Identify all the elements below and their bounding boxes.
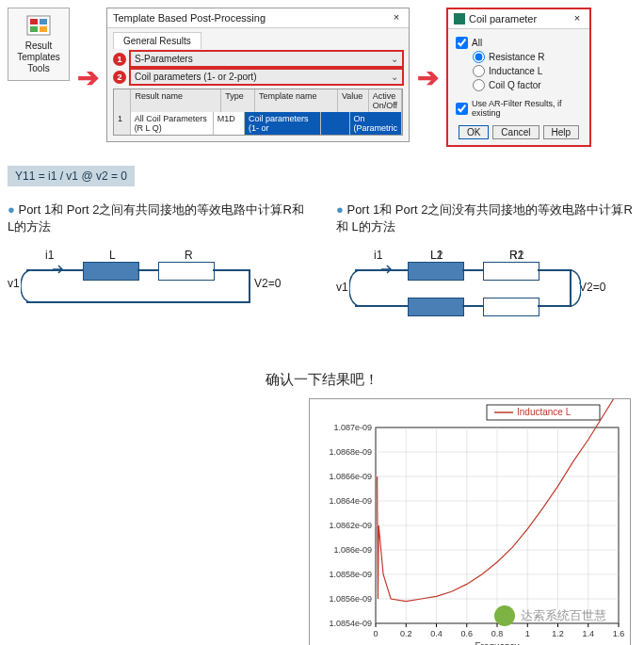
- arrow-icon: [53, 264, 64, 275]
- resistor-R1: [483, 262, 539, 281]
- coil-dialog-titlebar: Coil parameter ×: [448, 9, 589, 29]
- tool-label: Result Templates Tools: [17, 40, 60, 73]
- arrow-icon: ➔: [77, 62, 99, 93]
- inductor-L1: [408, 262, 464, 281]
- radio-q-factor[interactable]: Coil Q factor: [473, 79, 582, 91]
- label-i1: i1: [374, 249, 382, 262]
- svg-rect-1: [30, 19, 38, 24]
- svg-text:0.4: 0.4: [430, 629, 443, 638]
- table-header: Result name Type Template name Value Act…: [114, 89, 402, 112]
- checkbox-all[interactable]: All: [456, 37, 582, 49]
- svg-text:1.0858e-09: 1.0858e-09: [329, 570, 372, 579]
- port-loop: [349, 269, 364, 307]
- result-templates-tool-button[interactable]: Result Templates Tools: [8, 8, 70, 81]
- svg-text:1.0856e-09: 1.0856e-09: [329, 594, 372, 604]
- label-R2: R2: [509, 249, 523, 262]
- checkbox-ar-filter[interactable]: Use AR-Filter Results, if existing: [456, 99, 582, 118]
- label-V2: V2=0: [579, 281, 605, 294]
- top-row: Result Templates Tools ➔ Template Based …: [8, 8, 636, 147]
- port-loop: [21, 269, 36, 303]
- resistor-R2: [483, 298, 539, 316]
- app-icon: [454, 13, 465, 24]
- svg-text:1.0868e-09: 1.0868e-09: [329, 447, 372, 457]
- inductor-L2: [408, 298, 464, 316]
- chevron-down-icon: ⌄: [391, 54, 398, 64]
- arrow-icon: [381, 264, 393, 275]
- tab-general-results[interactable]: General Results: [113, 32, 201, 49]
- left-description: Port 1和 Port 2之间有共同接地的等效电路中计算R和 L的方法: [8, 202, 308, 235]
- col-active: Active On/Off: [369, 89, 402, 112]
- label-v1: v1: [336, 281, 348, 294]
- template-dialog-title: Template Based Post-Processing: [113, 12, 266, 24]
- svg-rect-4: [40, 26, 47, 32]
- template-dialog: Template Based Post-Processing × General…: [106, 8, 410, 142]
- svg-text:0.8: 0.8: [491, 629, 504, 638]
- svg-text:1.4: 1.4: [582, 629, 594, 638]
- label-R: R: [185, 249, 193, 262]
- circuit-1: i1 L R V2=0 v1: [8, 249, 308, 352]
- circuit-section: Port 1和 Port 2之间有共同接地的等效电路中计算R和 L的方法 i1 …: [8, 202, 636, 352]
- radio-inductance[interactable]: Inductance L: [473, 65, 582, 77]
- tools-icon: [25, 14, 52, 37]
- svg-text:1.0862e-09: 1.0862e-09: [329, 521, 372, 530]
- watermark: 达索系统百世慧: [494, 605, 606, 626]
- watermark-text: 达索系统百世慧: [521, 607, 606, 624]
- circuit-2: i1 L1 R1 V2=0 v1 L2 R2: [336, 249, 636, 352]
- svg-text:1: 1: [525, 629, 530, 638]
- table-row[interactable]: 1 All Coil Parameters (R L Q) M1D Coil p…: [114, 112, 402, 135]
- watermark-icon: [494, 605, 515, 626]
- cell-name: All Coil Parameters (R L Q): [131, 112, 214, 135]
- label-i1: i1: [45, 249, 54, 262]
- svg-text:1.086e-09: 1.086e-09: [333, 545, 372, 555]
- resistor-R: [158, 262, 215, 281]
- cell-type: M1D: [214, 112, 245, 135]
- close-icon[interactable]: ×: [571, 12, 584, 25]
- svg-text:1.0854e-09: 1.0854e-09: [329, 619, 372, 628]
- radio-resistance[interactable]: Resistance R: [473, 51, 582, 63]
- label-v1: v1: [8, 277, 20, 290]
- combo-s-parameters[interactable]: S-Parameters ⌄: [130, 51, 403, 67]
- svg-text:1.0864e-09: 1.0864e-09: [329, 496, 372, 506]
- svg-text:Frequency: Frequency: [475, 641, 519, 645]
- svg-text:Inductance L: Inductance L: [517, 407, 572, 417]
- badge-2: 2: [113, 71, 126, 84]
- help-button[interactable]: Help: [543, 125, 580, 139]
- label-L: L: [109, 249, 116, 262]
- cell-template: Coil parameters (1- or: [245, 112, 321, 135]
- svg-rect-2: [40, 19, 47, 24]
- svg-text:1.2: 1.2: [552, 629, 564, 638]
- combo-coil-parameters[interactable]: Coil parameters (1- or 2-port) ⌄: [130, 69, 403, 85]
- chevron-down-icon: ⌄: [391, 72, 398, 82]
- template-dialog-titlebar: Template Based Post-Processing ×: [107, 8, 409, 28]
- combo-label: Coil parameters (1- or 2-port): [135, 72, 256, 82]
- col-name: Result name: [131, 89, 221, 112]
- cancel-button[interactable]: Cancel: [492, 125, 539, 139]
- right-description: Port 1和 Port 2之间没有共同接地的等效电路中计算R和 L的方法: [336, 202, 636, 235]
- close-icon[interactable]: ×: [390, 11, 403, 24]
- col-value: Value: [338, 89, 369, 112]
- svg-rect-3: [30, 26, 38, 32]
- formula-box: Y11 = i1 / v1 @ v2 = 0: [8, 166, 135, 186]
- cell-active: On (Parametric: [350, 112, 403, 135]
- row-num: 1: [114, 112, 131, 135]
- port-loop: [566, 269, 581, 307]
- svg-text:1.087e-09: 1.087e-09: [333, 423, 372, 432]
- inductor-L: [83, 262, 139, 281]
- cell-value: [321, 112, 350, 135]
- arrow-icon: ➔: [417, 62, 439, 93]
- result-table: Result name Type Template name Value Act…: [113, 89, 403, 136]
- combo-label: S-Parameters: [135, 54, 193, 64]
- col-template: Template name: [255, 89, 338, 112]
- coil-dialog-title: Coil parameter: [469, 13, 537, 24]
- badge-1: 1: [113, 53, 126, 66]
- coil-dialog: Coil parameter × All Resistance R Induct…: [446, 8, 591, 147]
- confirm-text: 确认一下结果吧！: [8, 371, 636, 389]
- svg-text:1.0866e-09: 1.0866e-09: [329, 472, 372, 481]
- svg-text:0.6: 0.6: [460, 629, 473, 638]
- svg-text:0.2: 0.2: [400, 629, 412, 638]
- ok-button[interactable]: OK: [459, 125, 489, 139]
- svg-text:1.6: 1.6: [613, 629, 625, 638]
- svg-text:0: 0: [373, 629, 378, 638]
- label-L2: L2: [430, 249, 443, 262]
- col-type: Type: [221, 89, 255, 112]
